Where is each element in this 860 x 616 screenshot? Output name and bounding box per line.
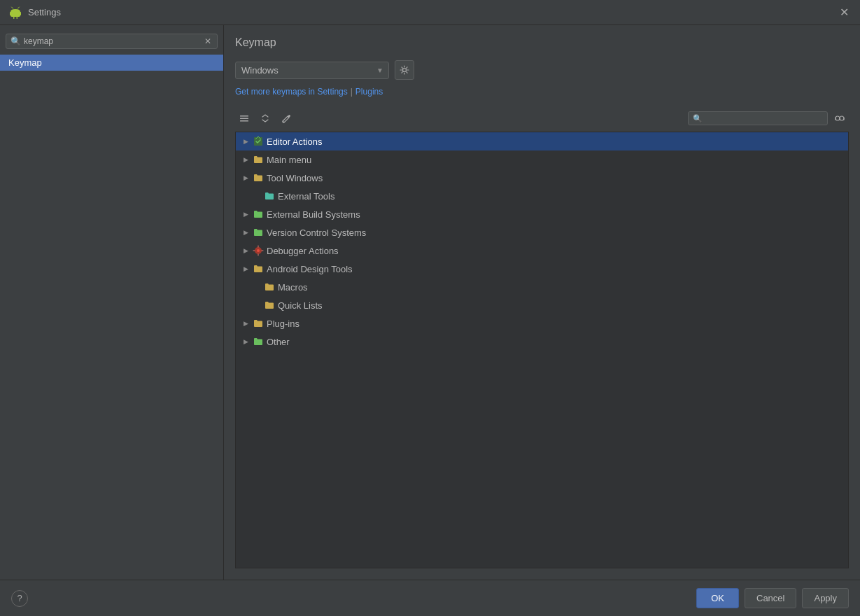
svg-point-16 (257, 249, 260, 252)
expand-icon (260, 113, 270, 123)
svg-rect-4 (13, 17, 15, 19)
svg-rect-9 (240, 115, 248, 117)
keymap-links-row: Get more keymaps in Settings|Plugins (235, 87, 849, 97)
svg-rect-2 (10, 12, 11, 15)
panel-title: Keymap (235, 36, 849, 49)
tree-arrow-external-build (241, 210, 250, 218)
apply-button[interactable]: Apply (802, 588, 849, 608)
tree-item-other[interactable]: Other (236, 332, 848, 351)
tool-windows-icon (253, 172, 264, 183)
tree-item-debugger[interactable]: Debugger Actions (236, 241, 848, 260)
tree-label-vcs: Version Control Systems (267, 227, 366, 238)
tree-arrow-editor-actions (241, 137, 250, 146)
edit-shortcut-button[interactable] (277, 109, 295, 127)
tree-label-android-design: Android Design Tools (267, 264, 353, 274)
tree-arrow-vcs (241, 228, 250, 237)
toolbar-search-box: 🔍 (688, 111, 828, 125)
keymap-gear-button[interactable] (395, 60, 414, 80)
expand-button[interactable] (256, 109, 274, 127)
sidebar-search-input[interactable] (24, 36, 203, 46)
tree-arrow-debugger (241, 246, 250, 255)
tree-item-external-tools[interactable]: External Tools (236, 187, 848, 205)
ok-button[interactable]: OK (696, 588, 739, 608)
tree-item-vcs[interactable]: Version Control Systems (236, 223, 848, 241)
collapse-all-icon (239, 113, 249, 123)
external-build-icon (253, 209, 264, 220)
tree-label-editor-actions: Editor Actions (267, 136, 323, 147)
tree-item-quick-lists[interactable]: Quick Lists (236, 296, 848, 314)
help-button[interactable]: ? (11, 590, 28, 607)
tree-item-external-build[interactable]: External Build Systems (236, 205, 848, 223)
keymap-dropdown[interactable]: Windows Mac OS X Default Emacs Visual St… (235, 62, 389, 79)
tree-label-other: Other (267, 337, 290, 347)
search-clear-button[interactable]: ✕ (203, 36, 213, 46)
tree-item-android-design[interactable]: Android Design Tools (236, 260, 848, 278)
tree-item-tool-windows[interactable]: Tool Windows (236, 169, 848, 187)
tree-item-macros[interactable]: Macros (236, 278, 848, 296)
sidebar-search-box: 🔍 ✕ (6, 34, 218, 49)
svg-point-8 (403, 69, 407, 72)
vcs-icon (253, 227, 264, 238)
right-panel: Keymap Windows Mac OS X Default Emacs Vi… (224, 25, 860, 580)
tree-arrow-plugins (241, 319, 250, 328)
bottom-bar: ? OK Cancel Apply (0, 580, 860, 616)
action-buttons: OK Cancel Apply (696, 588, 849, 608)
tree-arrow-android-design (241, 265, 250, 273)
title-bar-left: Settings (8, 6, 61, 20)
svg-rect-11 (240, 120, 248, 122)
tree-toolbar: 🔍 (235, 108, 849, 129)
tree-arrow-main-menu (241, 155, 250, 164)
svg-line-6 (12, 7, 13, 8)
svg-point-12 (836, 116, 840, 120)
tree-label-tool-windows: Tool Windows (267, 173, 323, 183)
svg-rect-10 (240, 118, 248, 120)
tree-label-quick-lists: Quick Lists (278, 300, 323, 311)
tree-arrow-other (241, 337, 250, 346)
android-logo-icon (8, 6, 22, 20)
external-tools-icon (264, 190, 275, 202)
search-icon: 🔍 (10, 36, 21, 46)
tree-item-editor-actions[interactable]: Editor Actions (236, 132, 848, 150)
sidebar-item-keymap[interactable]: Keymap (0, 55, 223, 71)
gear-icon (400, 65, 409, 75)
debugger-icon (253, 245, 264, 256)
tree-label-plugins: Plug-ins (267, 318, 299, 329)
get-more-keymaps-link[interactable]: Get more keymaps in Settings (235, 87, 348, 97)
editor-actions-icon (253, 136, 264, 147)
toolbar-search-input[interactable] (705, 113, 823, 123)
link-separator: | (351, 87, 353, 97)
cancel-button[interactable]: Cancel (745, 588, 796, 608)
plugins-link[interactable]: Plugins (355, 87, 383, 97)
svg-line-7 (18, 7, 20, 8)
quick-lists-icon (264, 300, 275, 311)
tree-label-external-build: External Build Systems (267, 209, 360, 220)
macros-icon (264, 281, 275, 293)
other-icon (253, 336, 264, 347)
keymap-tree[interactable]: Editor Actions Main menu (235, 132, 849, 568)
tree-label-external-tools: External Tools (278, 191, 334, 202)
tree-label-macros: Macros (278, 282, 308, 293)
title-bar: Settings ✕ (0, 0, 860, 25)
main-menu-icon (253, 154, 264, 165)
sidebar: 🔍 ✕ Keymap (0, 25, 224, 580)
svg-point-13 (840, 116, 844, 120)
window-title: Settings (28, 7, 61, 18)
pencil-icon (281, 113, 291, 123)
tree-item-main-menu[interactable]: Main menu (236, 150, 848, 169)
find-shortcut-button[interactable] (831, 109, 849, 127)
keymap-controls: Windows Mac OS X Default Emacs Visual St… (235, 60, 849, 80)
svg-rect-3 (20, 12, 22, 15)
collapse-all-button[interactable] (235, 109, 253, 127)
tree-item-plugins[interactable]: Plug-ins (236, 314, 848, 332)
toolbar-search-icon: 🔍 (693, 114, 703, 123)
binoculars-icon (835, 113, 845, 123)
tree-label-debugger: Debugger Actions (267, 246, 339, 256)
svg-rect-5 (17, 17, 18, 19)
plugins-icon (253, 318, 264, 329)
keymap-dropdown-wrapper: Windows Mac OS X Default Emacs Visual St… (235, 62, 389, 79)
close-button[interactable]: ✕ (837, 6, 852, 20)
tree-arrow-tool-windows (241, 174, 250, 182)
main-content: 🔍 ✕ Keymap Keymap Windows Mac OS X Defau… (0, 25, 860, 580)
tree-label-main-menu: Main menu (267, 155, 311, 165)
android-design-icon (253, 263, 264, 274)
